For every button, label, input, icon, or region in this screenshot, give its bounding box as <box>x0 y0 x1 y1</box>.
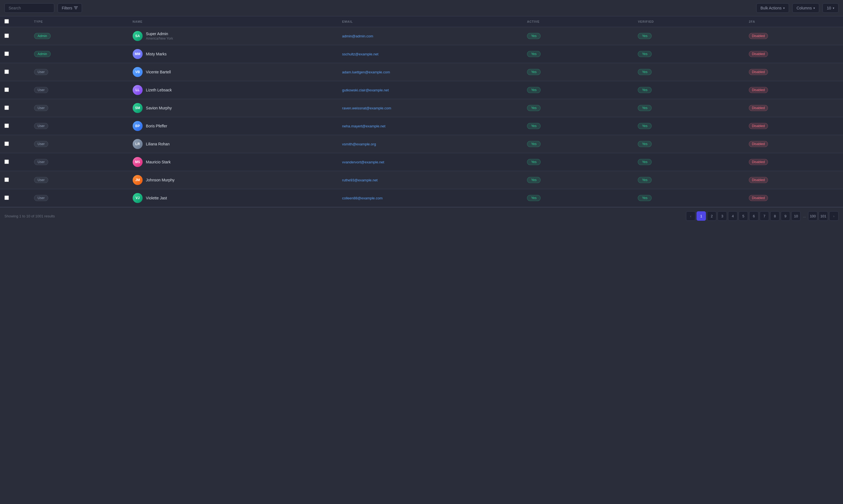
cell-type-2: User <box>30 63 128 81</box>
row-checkbox-5[interactable] <box>4 124 9 128</box>
email-link-0[interactable]: admin@admin.com <box>342 34 373 38</box>
email-link-2[interactable]: adam.luettgen@example.com <box>342 70 390 74</box>
row-checkbox-7[interactable] <box>4 160 9 164</box>
table-header: TYPE NAME EMAIL ACTIVE VERIFIED 2FA <box>0 16 843 27</box>
type-badge-5: User <box>34 123 48 129</box>
email-link-4[interactable]: raven.weissnat@example.com <box>342 106 391 110</box>
page-button-1[interactable]: 1 <box>697 211 706 221</box>
type-badge-3: User <box>34 87 48 93</box>
row-checkbox-3[interactable] <box>4 88 9 92</box>
twofa-badge-8: Disabled <box>749 177 768 183</box>
columns-button[interactable]: Columns ▾ <box>792 3 819 13</box>
row-checkbox-2[interactable] <box>4 70 9 74</box>
col-email: EMAIL <box>342 20 353 23</box>
cell-2fa-0: Disabled <box>745 27 843 45</box>
cell-active-5: Yes <box>523 117 634 135</box>
users-table: TYPE NAME EMAIL ACTIVE VERIFIED 2FA Admi… <box>0 16 843 207</box>
cell-2fa-1: Disabled <box>745 45 843 63</box>
cell-2fa-4: Disabled <box>745 99 843 117</box>
cell-2fa-5: Disabled <box>745 117 843 135</box>
cell-active-3: Yes <box>523 81 634 99</box>
cell-type-5: User <box>30 117 128 135</box>
cell-type-4: User <box>30 99 128 117</box>
row-checkbox-8[interactable] <box>4 178 9 182</box>
cell-verified-6: Yes <box>633 135 745 153</box>
cell-email-4: raven.weissnat@example.com <box>338 99 523 117</box>
page-button-10[interactable]: 10 <box>791 211 801 221</box>
cell-type-3: User <box>30 81 128 99</box>
name-text-1: Misty Marks <box>146 52 167 56</box>
email-link-3[interactable]: gutkowski.clair@example.net <box>342 88 389 92</box>
cell-name-0: SA Super Admin America/New York <box>128 27 338 45</box>
verified-badge-1: Yes <box>638 51 652 57</box>
page-button-7[interactable]: 7 <box>760 211 769 221</box>
table-row: User MS Mauricio Stark vvandervort@examp… <box>0 153 843 171</box>
page-size-button[interactable]: 10 ▾ <box>823 3 839 13</box>
page-button-6[interactable]: 6 <box>749 211 758 221</box>
page-button-9[interactable]: 9 <box>781 211 790 221</box>
cell-verified-0: Yes <box>633 27 745 45</box>
type-badge-4: User <box>34 105 48 111</box>
page-button-5[interactable]: 5 <box>739 211 748 221</box>
page-button-4[interactable]: 4 <box>728 211 737 221</box>
type-badge-6: User <box>34 141 48 147</box>
email-link-5[interactable]: neha.mayert@example.net <box>342 124 385 128</box>
table-row: User VB Vicente Bartell adam.luettgen@ex… <box>0 63 843 81</box>
table-row: User LL Lizeth Lebsack gutkowski.clair@e… <box>0 81 843 99</box>
active-badge-0: Yes <box>527 33 541 39</box>
page-button-2[interactable]: 2 <box>707 211 716 221</box>
active-badge-7: Yes <box>527 159 541 165</box>
row-checkbox-9[interactable] <box>4 196 9 200</box>
cell-name-8: JM Johnson Murphy <box>128 171 338 189</box>
prev-page-button[interactable]: ‹ <box>686 211 695 221</box>
type-badge-7: User <box>34 159 48 165</box>
cell-name-6: LR Liliana Rohan <box>128 135 338 153</box>
twofa-badge-9: Disabled <box>749 195 768 201</box>
twofa-badge-4: Disabled <box>749 105 768 111</box>
avatar-3: LL <box>133 85 143 95</box>
twofa-badge-0: Disabled <box>749 33 768 39</box>
row-checkbox-4[interactable] <box>4 106 9 110</box>
select-all-checkbox[interactable] <box>4 19 9 23</box>
table-row: User VJ Violette Jast colleen88@example.… <box>0 189 843 207</box>
active-badge-1: Yes <box>527 51 541 57</box>
cell-verified-3: Yes <box>633 81 745 99</box>
avatar-9: VJ <box>133 193 143 203</box>
active-badge-2: Yes <box>527 69 541 75</box>
email-link-9[interactable]: colleen88@example.com <box>342 196 382 200</box>
email-link-6[interactable]: vsmith@example.org <box>342 142 376 146</box>
bulk-actions-chevron-icon: ▾ <box>783 6 785 10</box>
active-badge-8: Yes <box>527 177 541 183</box>
page-button-3[interactable]: 3 <box>718 211 727 221</box>
cell-name-4: SM Savion Murphy <box>128 99 338 117</box>
cell-2fa-3: Disabled <box>745 81 843 99</box>
row-checkbox-6[interactable] <box>4 142 9 146</box>
name-text-9: Violette Jast <box>146 196 167 200</box>
cell-email-8: ruthe93@example.net <box>338 171 523 189</box>
cell-verified-5: Yes <box>633 117 745 135</box>
email-link-8[interactable]: ruthe93@example.net <box>342 178 377 182</box>
search-input[interactable] <box>4 3 54 13</box>
cell-type-8: User <box>30 171 128 189</box>
page-button-100[interactable]: 100 <box>808 211 818 221</box>
cell-name-7: MS Mauricio Stark <box>128 153 338 171</box>
verified-badge-0: Yes <box>638 33 652 39</box>
row-checkbox-1[interactable] <box>4 52 9 56</box>
next-page-button[interactable]: › <box>829 211 839 221</box>
row-checkbox-0[interactable] <box>4 34 9 38</box>
cell-type-7: User <box>30 153 128 171</box>
cell-active-7: Yes <box>523 153 634 171</box>
page-button-101[interactable]: 101 <box>819 211 828 221</box>
type-badge-9: User <box>34 195 48 201</box>
filters-button[interactable]: Filters <box>58 3 82 13</box>
page-button-8[interactable]: 8 <box>770 211 779 221</box>
type-badge-0: Admin <box>34 33 51 39</box>
cell-name-9: VJ Violette Jast <box>128 189 338 207</box>
filters-label: Filters <box>62 6 72 10</box>
email-link-7[interactable]: vvandervort@example.net <box>342 160 384 164</box>
cell-active-6: Yes <box>523 135 634 153</box>
bulk-actions-button[interactable]: Bulk Actions ▾ <box>756 3 789 13</box>
name-text-7: Mauricio Stark <box>146 160 171 164</box>
email-link-1[interactable]: sschultz@example.net <box>342 52 378 56</box>
col-name: NAME <box>133 20 143 23</box>
